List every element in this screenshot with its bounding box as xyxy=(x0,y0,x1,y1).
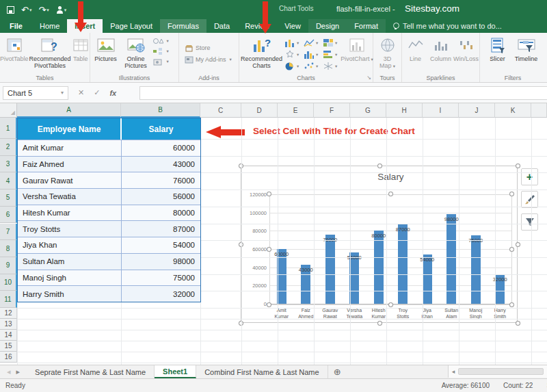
radar-chart-icon[interactable] xyxy=(323,60,341,72)
worksheet-grid[interactable]: ◢ Select Cell with Title for Create Char… xyxy=(0,103,547,365)
pivotchart-button[interactable]: PivotChart xyxy=(341,35,373,63)
table-row[interactable]: Faiz Ahmed43000 xyxy=(18,156,200,172)
tab-page-layout[interactable]: Page Layout xyxy=(103,19,160,33)
plot-selection-handle[interactable] xyxy=(267,192,271,196)
table-row[interactable]: Harry Smith32000 xyxy=(18,285,200,302)
chart-styles-button[interactable] xyxy=(521,191,538,208)
chart-selection-handle[interactable] xyxy=(516,164,520,168)
tell-me-box[interactable]: Tell me what you want to do... xyxy=(386,19,509,33)
column-header-G[interactable]: G xyxy=(350,103,386,118)
redo-button[interactable]: ↷▾ xyxy=(38,5,49,14)
select-all-button[interactable]: ◢ xyxy=(0,103,17,118)
row-header-3[interactable]: 3 xyxy=(0,156,17,173)
row-header-1[interactable]: 1 xyxy=(0,118,17,139)
sheet-tab-separate[interactable]: Seprate First Name & Last Name xyxy=(27,365,155,378)
chart-bar[interactable] xyxy=(471,235,481,304)
chart-bar[interactable] xyxy=(398,224,408,304)
table-row[interactable]: Sultan Alam98000 xyxy=(18,253,200,270)
sheet-tab-combined[interactable]: Combind First Name & Last Name xyxy=(196,365,328,378)
employee-name-cell[interactable]: Hitesh Kumar xyxy=(18,205,122,221)
online-pictures-button[interactable]: Online Pictures xyxy=(120,35,152,69)
new-sheet-button[interactable]: ⊕ xyxy=(328,365,347,378)
row-header-15[interactable]: 15 xyxy=(0,341,17,352)
row-header-12[interactable]: 12 xyxy=(0,308,17,319)
employee-name-cell[interactable]: Troy Stotts xyxy=(18,221,122,237)
plot-selection-handle[interactable] xyxy=(509,302,514,307)
employee-name-cell[interactable]: Sultan Alam xyxy=(18,254,122,270)
column-header-E[interactable]: E xyxy=(278,103,314,118)
salary-cell[interactable]: 98000 xyxy=(122,254,200,270)
chart-selection-handle[interactable] xyxy=(516,242,520,247)
row-header-5[interactable]: 5 xyxy=(0,190,17,207)
column-header-A[interactable]: A xyxy=(17,103,121,118)
undo-dropdown-icon[interactable]: ▾ xyxy=(29,8,32,12)
sparkline-winloss-button[interactable]: Win/Loss xyxy=(455,35,477,62)
employee-name-cell[interactable]: Harry Smith xyxy=(18,286,122,302)
table-row[interactable]: Amit Kumar60000 xyxy=(18,140,200,156)
formula-input[interactable] xyxy=(139,86,547,100)
pivottable-button[interactable]: PivotTable xyxy=(0,35,29,62)
pictures-button[interactable]: Pictures xyxy=(92,35,120,62)
column-header-K[interactable]: K xyxy=(495,103,531,118)
name-box-dropdown-icon[interactable]: ▾ xyxy=(61,90,64,96)
employee-name-cell[interactable]: Amit Kumar xyxy=(18,140,122,156)
store-button[interactable]: Store xyxy=(185,44,211,52)
my-addins-button[interactable]: My Add-ins xyxy=(185,56,232,64)
plot-selection-handle[interactable] xyxy=(267,302,271,307)
recommended-pivottables-button[interactable]: ? Recommended PivotTables xyxy=(29,35,71,69)
sheet-nav-left-icon[interactable]: ◂ xyxy=(7,367,11,376)
salary-cell[interactable]: 56000 xyxy=(122,189,200,205)
smartart-button[interactable] xyxy=(152,47,177,55)
redo-dropdown-icon[interactable]: ▾ xyxy=(46,8,49,12)
table-row[interactable]: Gaurav Rawat76000 xyxy=(18,172,200,188)
column-header-J[interactable]: J xyxy=(459,103,495,118)
column-header-B[interactable]: B xyxy=(121,103,200,118)
chart-elements-button[interactable]: + xyxy=(521,168,538,185)
column-header-D[interactable]: D xyxy=(241,103,278,118)
employee-name-cell[interactable]: Jiya Khan xyxy=(18,237,122,253)
table-row[interactable]: Troy Stotts87000 xyxy=(18,220,200,237)
salary-cell[interactable]: 80000 xyxy=(122,205,200,221)
bar-chart-icon[interactable] xyxy=(323,49,341,60)
row-header-13[interactable]: 13 xyxy=(0,319,17,330)
salary-cell[interactable]: 60000 xyxy=(122,140,200,156)
chart-selection-handle[interactable] xyxy=(516,321,520,326)
plot-selection-handle[interactable] xyxy=(388,302,393,307)
row-header-16[interactable]: 16 xyxy=(0,352,17,363)
chart-selection-handle[interactable] xyxy=(377,321,382,326)
tab-view[interactable]: View xyxy=(277,19,308,33)
employee-name-cell[interactable]: Faiz Ahmed xyxy=(18,157,122,172)
waterfall-chart-icon[interactable] xyxy=(284,49,302,60)
shapes-button[interactable] xyxy=(152,37,177,45)
plot-selection-handle[interactable] xyxy=(267,247,271,252)
3d-map-button[interactable]: 3D Map xyxy=(375,35,400,70)
sheet-nav-right-icon[interactable]: ▸ xyxy=(16,367,21,376)
plot-selection-handle[interactable] xyxy=(509,247,514,252)
insert-function-icon[interactable]: fx xyxy=(109,89,116,97)
undo-button[interactable]: ↶▾ xyxy=(21,5,31,14)
table-header-salary[interactable]: Salary xyxy=(122,118,200,140)
tab-design[interactable]: Design xyxy=(308,19,347,33)
horizontal-scrollbar-thumb[interactable] xyxy=(458,368,544,375)
chart-bar[interactable] xyxy=(374,231,384,304)
row-header-4[interactable]: 4 xyxy=(0,172,17,190)
column-header-H[interactable]: H xyxy=(386,103,423,118)
screenshot-button[interactable] xyxy=(152,57,177,66)
table-row[interactable]: Versha Tewatia56000 xyxy=(18,188,200,205)
scatter-chart-icon[interactable] xyxy=(304,60,321,72)
column-header-extra[interactable] xyxy=(531,103,547,118)
histogram-chart-icon[interactable] xyxy=(304,49,321,60)
share-button[interactable]: ▾ xyxy=(56,6,67,14)
save-button[interactable] xyxy=(7,6,14,14)
table-row[interactable]: Hitesh Kumar80000 xyxy=(18,205,200,221)
salary-cell[interactable]: 32000 xyxy=(122,286,200,302)
column-header-C[interactable]: C xyxy=(200,103,241,118)
row-header-8[interactable]: 8 xyxy=(0,240,17,257)
hierarchy-chart-icon[interactable] xyxy=(323,37,341,49)
employee-name-cell[interactable]: Versha Tewatia xyxy=(18,189,122,205)
line-chart-icon[interactable] xyxy=(304,37,321,49)
salary-cell[interactable]: 76000 xyxy=(122,172,200,188)
sparkline-line-button[interactable]: Line xyxy=(405,35,427,62)
table-row[interactable]: Manoj Singh75000 xyxy=(18,270,200,286)
chart-selection-handle[interactable] xyxy=(377,164,382,168)
